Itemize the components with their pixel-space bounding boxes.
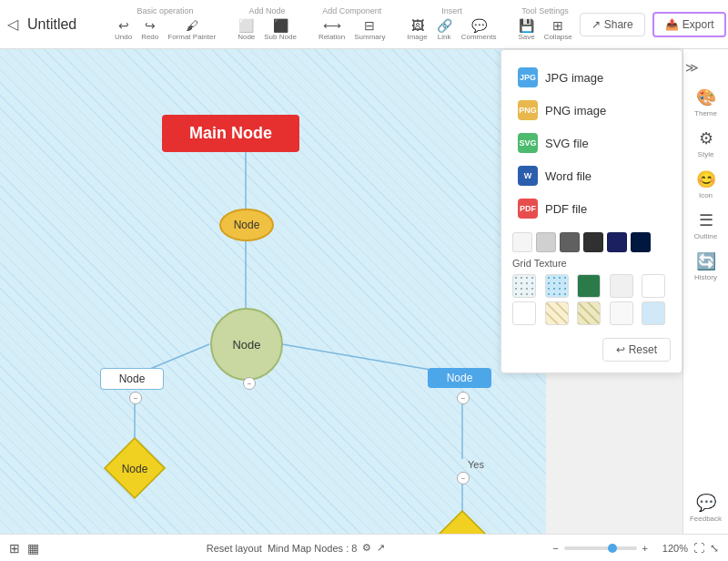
texture-3[interactable] [577,274,601,298]
reset-layout-button[interactable]: Reset layout [207,543,262,554]
texture-2[interactable] [545,274,569,298]
color-swatch-4[interactable] [583,232,603,252]
color-swatch-2[interactable] [536,232,556,252]
toolbar-right: ↗ Share 📤 Export [580,12,728,37]
texture-8[interactable] [577,301,601,325]
insert-group: Insert 🖼 Image 🔗 Link 💬 Comments [399,6,503,43]
export-word-button[interactable]: W Word file [512,159,671,192]
grid-texture-title: Grid Texture [512,258,671,269]
node4-collapse[interactable]: − [457,392,470,404]
node2-collapse[interactable]: − [243,377,256,390]
node4-label: Node [447,372,473,384]
link-button[interactable]: 🔗 Link [433,17,456,43]
undo-button[interactable]: ↩ Undo [111,17,136,43]
summary-icon: ⊟ [364,19,375,32]
comments-label: Comments [461,33,497,41]
texture-6[interactable] [512,301,536,325]
share-button[interactable]: ↗ Share [580,13,645,36]
texture-1[interactable] [512,274,536,298]
sidebar-outline-button[interactable]: ☰ Outline [686,207,726,244]
back-button[interactable]: ◁ [0,15,18,33]
color-swatch-5[interactable] [607,232,627,252]
export-png-button[interactable]: PNG PNG image [512,94,671,127]
link-icon: 🔗 [437,19,452,32]
share-label: Share [604,18,633,31]
node-button[interactable]: ⬜ Node [234,17,258,43]
redo-button[interactable]: ↪ Redo [137,17,162,43]
save-button[interactable]: 💾 Save [514,17,538,43]
export-button[interactable]: 📤 Export [652,12,727,37]
outline-icon: ☰ [699,210,713,230]
texture-4[interactable] [610,274,633,298]
sidebar-icon-button[interactable]: 😊 Icon [686,166,726,203]
outline-label: Outline [694,232,717,240]
image-button[interactable]: 🖼 Image [403,17,430,43]
document-title: Untitled [18,16,100,33]
settings-icon[interactable]: ⚙ [362,542,371,554]
color-swatch-6[interactable] [631,232,651,252]
sidebar-feedback-button[interactable]: 💬 Feedback [686,489,726,526]
zoom-slider[interactable] [564,546,637,550]
layout-icon[interactable]: ▦ [27,541,39,556]
node5[interactable]: Node [103,436,167,500]
node2[interactable]: Node [210,308,283,381]
node3-collapse[interactable]: − [129,392,142,404]
main-node[interactable]: Main Node [162,115,299,152]
export-jpg-button[interactable]: JPG JPG image [512,61,671,94]
svg-icon: SVG [518,133,538,153]
share-icon-status[interactable]: ↗ [377,542,385,554]
export-svg-button[interactable]: SVG SVG file [512,127,671,159]
export-label: Export [682,18,714,31]
color-swatch-1[interactable] [512,232,532,252]
zoom-level: 120% [653,543,688,554]
theme-label: Theme [694,109,717,117]
node7[interactable]: Node [430,509,494,534]
sub-node-button[interactable]: ⬛ Sub Node [260,17,300,43]
format-painter-label: Format Painter [167,33,216,41]
comments-button[interactable]: 💬 Comments [458,17,500,43]
zoom-out-button[interactable]: − [552,543,558,554]
style-label: Style [698,150,714,158]
summary-button[interactable]: ⊟ Summary [350,17,389,43]
relation-button[interactable]: ⟷ Relation [315,17,349,43]
basic-operation-label: Basic operation [137,6,194,15]
node6-collapse[interactable]: − [457,472,470,484]
link-label: Link [438,33,451,41]
sidebar-expand-icon[interactable]: ≫ [685,60,699,75]
right-sidebar: ≫ 🎨 Theme ⚙ Style 😊 Icon ☰ Outline 🔄 His… [682,49,728,534]
node2-label: Node [232,338,260,352]
texture-5[interactable] [642,274,665,298]
feedback-icon: 💬 [696,493,716,513]
expand-icon[interactable]: ⊞ [9,541,20,556]
jpg-icon: JPG [518,67,538,87]
texture-9[interactable] [610,301,633,325]
word-icon: W [518,166,538,186]
reset-button[interactable]: ↩ Reset [602,338,671,362]
export-pdf-button[interactable]: PDF PDF file [512,192,671,225]
node1[interactable]: Node [219,209,274,241]
color-swatch-3[interactable] [560,232,580,252]
undo-icon: ↩ [118,19,129,32]
save-label: Save [518,33,534,41]
canvas[interactable]: Main Node Node Node − Node − Node − Node… [0,49,546,534]
fit-button[interactable]: ⤡ [710,542,719,555]
status-left: ⊞ ▦ [9,541,39,556]
add-node-label: Add Node [249,6,286,15]
zoom-in-button[interactable]: + [642,543,648,554]
sidebar-style-button[interactable]: ⚙ Style [686,125,726,162]
add-node-group: Add Node ⬜ Node ⬛ Sub Node [230,6,304,43]
sidebar-history-button[interactable]: 🔄 History [686,248,726,285]
fullscreen-button[interactable]: ⛶ [693,542,704,555]
zoom-thumb[interactable] [608,544,617,553]
texture-10[interactable] [642,301,665,325]
feedback-label: Feedback [690,515,722,523]
sidebar-theme-button[interactable]: 🎨 Theme [686,84,726,121]
format-painter-button[interactable]: 🖌 Format Painter [164,17,219,43]
node4[interactable]: Node [428,368,491,388]
node3[interactable]: Node [100,368,164,390]
node1-label: Node [234,219,260,231]
reset-label: Reset [629,343,657,356]
collapse-button[interactable]: ⊞ Collapse [541,17,576,43]
texture-7[interactable] [545,301,569,325]
export-pdf-label: PDF file [545,202,587,216]
